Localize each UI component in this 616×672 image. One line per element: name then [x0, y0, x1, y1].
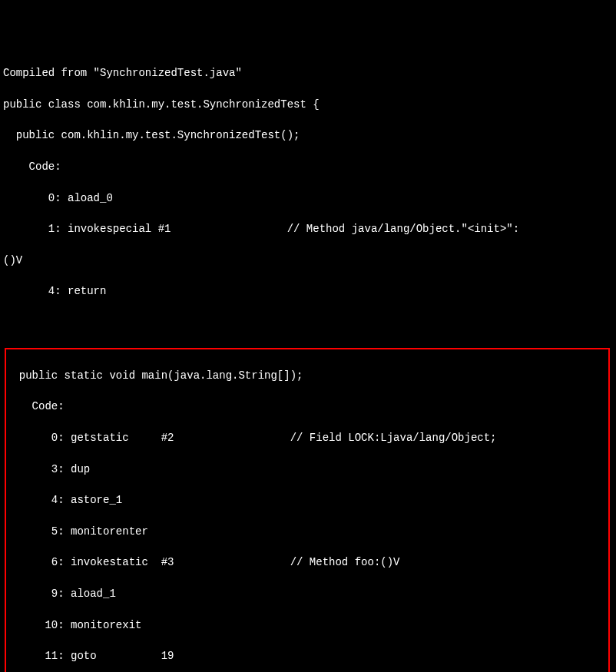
bytecode-line: 10: monitorexit — [6, 617, 608, 633]
compiled-from-text: Compiled from "SynchronizedTest.java" — [3, 65, 613, 81]
constructor-declaration: public com.khlin.my.test.SynchronizedTes… — [3, 127, 613, 143]
class-declaration: public class com.khlin.my.test.Synchroni… — [3, 97, 613, 112]
bytecode-line: 4: astore_1 — [6, 492, 608, 508]
bytecode-line: 9: aload_1 — [6, 586, 608, 601]
bytecode-line: ()V — [3, 253, 613, 268]
bytecode-line: 6: invokestatic #3 // Method foo:()V — [6, 554, 608, 570]
blank-line — [3, 315, 613, 330]
bytecode-line: 5: monitorenter — [6, 524, 608, 539]
bytecode-line: 0: aload_0 — [3, 190, 613, 206]
code-label: Code: — [3, 159, 613, 174]
highlighted-section: public static void main(java.lang.String… — [5, 348, 610, 672]
bytecode-line: 4: return — [3, 283, 613, 299]
bytecode-line: 1: invokespecial #1 // Method java/lang/… — [3, 221, 613, 237]
main-declaration: public static void main(java.lang.String… — [6, 368, 608, 383]
bytecode-line: 0: getstatic #2 // Field LOCK:Ljava/lang… — [6, 430, 608, 445]
bytecode-line: 11: goto 19 — [6, 648, 608, 664]
bytecode-line: 3: dup — [6, 462, 608, 477]
code-label: Code: — [6, 399, 608, 414]
